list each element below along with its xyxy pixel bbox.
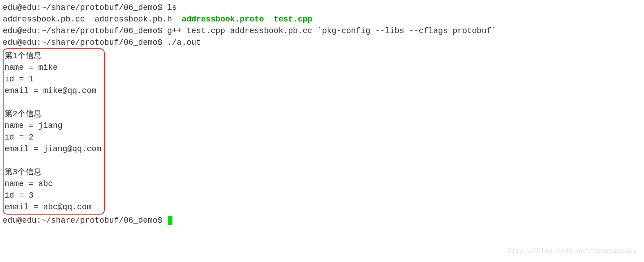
output-highlight-box: 第1个信息 name = mike id = 1 email = mike@qq… xyxy=(3,48,105,215)
file-item: addressbook.pb.h xyxy=(94,15,181,24)
output-line: 第3个信息 xyxy=(4,166,101,178)
command-text: g++ test.cpp addressbook.pb.cc `pkg-conf… xyxy=(167,26,496,35)
output-line: name = mike xyxy=(4,62,101,73)
terminal-line-ls: edu@edu:~/share/protobuf/06_demo$ ls xyxy=(3,2,641,13)
output-line: id = 1 xyxy=(4,73,101,85)
output-blank xyxy=(4,155,101,166)
cursor xyxy=(168,216,172,225)
output-line: name = jiang xyxy=(4,120,101,131)
output-line: id = 2 xyxy=(4,131,101,143)
watermark-text: http://blog.csdn.net/tennysonsky xyxy=(508,246,637,258)
terminal-line-run: edu@edu:~/share/protobuf/06_demo$ ./a.ou… xyxy=(3,37,641,48)
file-item: addressbook.proto xyxy=(182,15,274,24)
file-item: addressbook.pb.cc xyxy=(3,15,94,24)
command-text: ls xyxy=(167,3,177,12)
output-line: email = jiang@qq.com xyxy=(4,143,101,155)
output-line: 第2个信息 xyxy=(4,108,101,120)
shell-prompt: edu@edu:~/share/protobuf/06_demo$ xyxy=(3,216,167,225)
file-item: test.cpp xyxy=(274,15,312,24)
output-blank xyxy=(4,97,101,108)
output-line: 第1个信息 xyxy=(4,50,101,62)
shell-prompt: edu@edu:~/share/protobuf/06_demo$ xyxy=(3,3,167,12)
command-text: ./a.out xyxy=(167,38,201,47)
output-line: email = abc@qq.com xyxy=(4,201,101,213)
terminal-line-prompt[interactable]: edu@edu:~/share/protobuf/06_demo$ xyxy=(3,215,641,226)
output-line: name = abc xyxy=(4,178,101,190)
terminal-line-gpp: edu@edu:~/share/protobuf/06_demo$ g++ te… xyxy=(3,25,641,37)
output-line: id = 3 xyxy=(4,190,101,201)
shell-prompt: edu@edu:~/share/protobuf/06_demo$ xyxy=(3,26,167,35)
shell-prompt: edu@edu:~/share/protobuf/06_demo$ xyxy=(3,38,167,47)
terminal-line-ls-output: addressbook.pb.cc addressbook.pb.h addre… xyxy=(3,13,641,25)
output-line: email = mike@qq.com xyxy=(4,85,101,97)
